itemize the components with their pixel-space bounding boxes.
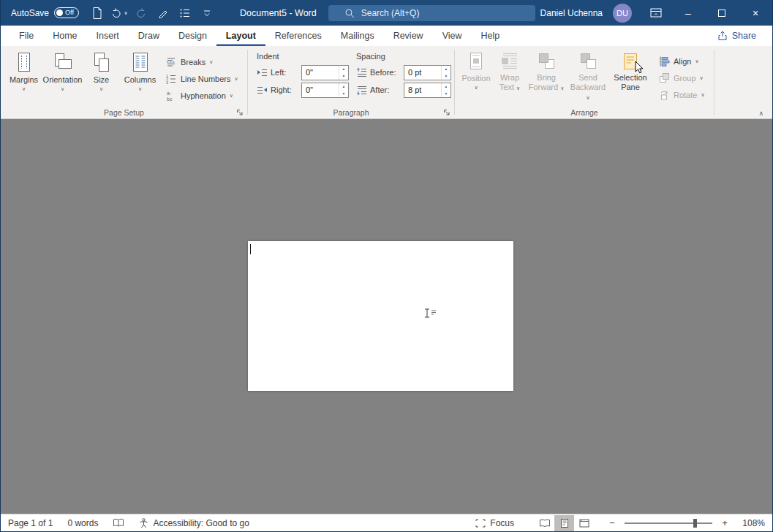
orientation-button[interactable]: Orientation ∨ [43, 48, 82, 104]
undo-button[interactable]: ∨ [110, 4, 128, 23]
tab-file[interactable]: File [10, 26, 43, 46]
save-button[interactable] [88, 4, 106, 23]
chevron-down-icon: ∨ [124, 10, 127, 16]
autosave-toggle[interactable]: AutoSave Off [11, 7, 79, 18]
tab-mailings[interactable]: Mailings [331, 26, 384, 46]
page-setup-dialog-launcher[interactable] [236, 108, 244, 115]
spacing-before-spinner[interactable]: 0 pt ▴ ▾ [404, 65, 451, 80]
print-layout-icon [560, 518, 569, 528]
tab-review[interactable]: Review [384, 26, 433, 46]
spacing-after-value[interactable]: 8 pt [404, 83, 441, 97]
zoom-in-button[interactable]: + [717, 517, 733, 528]
indent-right-icon [257, 85, 268, 96]
send-backward-icon [578, 51, 598, 72]
list-button[interactable] [176, 4, 194, 23]
chevron-down-icon: ∨ [516, 86, 520, 91]
spin-up-icon[interactable]: ▴ [339, 83, 348, 91]
selection-pane-button[interactable]: Selection Pane [610, 48, 651, 103]
undo-icon [110, 7, 122, 19]
ribbon-layout: Margins ∨ Orientation ∨ Size ∨ Columns ∨ [1, 46, 772, 119]
more-commands-icon [203, 9, 211, 18]
web-layout-button[interactable] [574, 515, 594, 531]
read-mode-button[interactable] [535, 515, 554, 531]
group-separator [714, 50, 714, 115]
maximize-icon [718, 10, 725, 17]
chevron-down-icon: ∨ [695, 58, 698, 64]
indent-left-spinner[interactable]: 0" ▴ ▾ [301, 65, 349, 80]
print-layout-button[interactable] [554, 515, 574, 531]
align-button[interactable]: Align ∨ [655, 53, 708, 69]
spin-up-icon[interactable]: ▴ [442, 66, 450, 73]
spacing-before-label: Before: [370, 68, 401, 77]
ibeam-pointer-icon [423, 308, 438, 322]
proofing-status[interactable] [105, 514, 132, 531]
search-placeholder: Search (Alt+Q) [361, 8, 420, 18]
close-button[interactable]: × [739, 0, 772, 26]
avatar[interactable]: DU [613, 4, 632, 23]
chevron-down-icon: ∨ [230, 93, 233, 99]
columns-button[interactable]: Columns ∨ [121, 48, 159, 104]
word-count[interactable]: 0 words [60, 514, 105, 531]
chevron-down-icon: ∨ [138, 86, 142, 92]
indent-left-value[interactable]: 0" [302, 66, 339, 80]
indent-right-value[interactable]: 0" [302, 83, 339, 97]
margins-button[interactable]: Margins ∨ [4, 48, 43, 104]
chevron-down-icon: ∨ [474, 85, 478, 91]
search-box[interactable]: Search (Alt+Q) [328, 5, 535, 21]
spacing-heading: Spacing [356, 52, 451, 61]
paragraph-dialog-launcher[interactable] [443, 108, 450, 115]
customize-quick-access-button[interactable] [198, 4, 216, 23]
tab-design[interactable]: Design [169, 26, 216, 46]
share-button[interactable]: Share [712, 26, 762, 46]
focus-mode-button[interactable]: Focus [468, 518, 521, 528]
draw-pen-button[interactable] [154, 4, 172, 23]
spin-down-icon[interactable]: ▾ [442, 90, 450, 97]
zoom-level[interactable]: 108% [736, 518, 765, 528]
tab-home[interactable]: Home [43, 26, 86, 46]
proofing-book-icon [113, 518, 124, 528]
autosave-switch[interactable]: Off [54, 7, 79, 18]
autosave-state: Off [65, 10, 74, 16]
document-page[interactable] [248, 241, 513, 391]
spin-down-icon[interactable]: ▾ [442, 72, 450, 80]
group-label-arrange: Arrange [455, 108, 714, 117]
spin-down-icon[interactable]: ▾ [339, 90, 348, 97]
hyphenation-icon: a-bc [165, 90, 177, 102]
page-indicator[interactable]: Page 1 of 1 [8, 514, 60, 531]
spin-up-icon[interactable]: ▴ [442, 83, 450, 91]
text-cursor [250, 244, 251, 254]
collapse-ribbon-button[interactable]: ∧ [758, 110, 763, 117]
tab-view[interactable]: View [433, 26, 472, 46]
dialog-launcher-icon [443, 109, 450, 116]
document-title: Document5 - Word [240, 8, 317, 18]
autosave-label: AutoSave [11, 8, 49, 18]
tab-help[interactable]: Help [472, 26, 510, 46]
zoom-out-button[interactable]: − [604, 517, 620, 528]
minimize-button[interactable]: – [671, 0, 705, 26]
indent-right-spinner[interactable]: 0" ▴ ▾ [301, 83, 349, 98]
tab-layout[interactable]: Layout [216, 26, 265, 46]
spacing-before-value[interactable]: 0 pt [404, 66, 441, 80]
bullet-list-icon [179, 8, 191, 18]
hyphenation-button[interactable]: a-bc Hyphenation ∨ [162, 87, 241, 104]
tab-insert[interactable]: Insert [87, 26, 129, 46]
breaks-button[interactable]: Breaks ∨ [162, 53, 241, 70]
close-icon: × [753, 7, 758, 19]
accessibility-status[interactable]: Accessibility: Good to go [132, 514, 256, 531]
tab-draw[interactable]: Draw [129, 26, 169, 46]
word-window: AutoSave Off ∨ [0, 0, 773, 532]
zoom-slider-thumb[interactable] [693, 519, 697, 528]
spin-up-icon[interactable]: ▴ [339, 66, 348, 73]
spin-down-icon[interactable]: ▾ [339, 72, 348, 80]
size-button[interactable]: Size ∨ [82, 48, 121, 104]
ribbon-display-options-button[interactable] [645, 4, 667, 23]
read-mode-icon [539, 519, 551, 528]
indent-left-icon [257, 67, 268, 78]
zoom-slider[interactable] [625, 522, 712, 524]
user-name[interactable]: Daniel Uchenna [540, 8, 603, 18]
tab-references[interactable]: References [265, 26, 331, 46]
maximize-button[interactable] [705, 0, 739, 26]
spacing-after-spinner[interactable]: 8 pt ▴ ▾ [404, 83, 451, 98]
chevron-down-icon: ∨ [99, 86, 103, 92]
line-numbers-button[interactable]: 123 Line Numbers ∨ [162, 70, 241, 87]
